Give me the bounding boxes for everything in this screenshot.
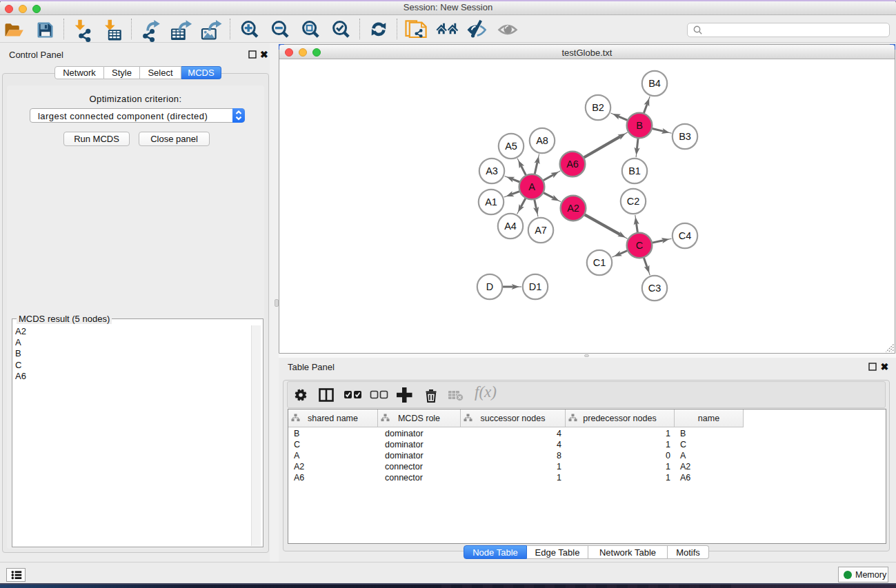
svg-text:C2: C2 xyxy=(627,196,640,207)
svg-text:A3: A3 xyxy=(486,165,498,176)
svg-text:C3: C3 xyxy=(648,283,661,294)
svg-text:B4: B4 xyxy=(648,78,661,89)
svg-text:C: C xyxy=(636,240,643,251)
svg-text:D1: D1 xyxy=(529,281,542,292)
svg-text:A6: A6 xyxy=(566,159,579,170)
svg-text:A5: A5 xyxy=(505,141,517,152)
svg-text:A1: A1 xyxy=(485,196,497,207)
svg-text:C1: C1 xyxy=(593,257,606,268)
svg-text:B1: B1 xyxy=(628,165,641,176)
svg-text:A4: A4 xyxy=(504,221,517,232)
svg-text:A2: A2 xyxy=(567,203,579,214)
svg-text:B3: B3 xyxy=(679,131,691,142)
svg-text:A7: A7 xyxy=(535,225,547,236)
svg-text:C4: C4 xyxy=(679,230,692,241)
svg-text:B2: B2 xyxy=(592,102,604,113)
svg-text:B: B xyxy=(636,120,643,131)
svg-text:D: D xyxy=(486,281,493,292)
svg-text:A: A xyxy=(528,181,535,192)
svg-text:A8: A8 xyxy=(536,135,548,146)
